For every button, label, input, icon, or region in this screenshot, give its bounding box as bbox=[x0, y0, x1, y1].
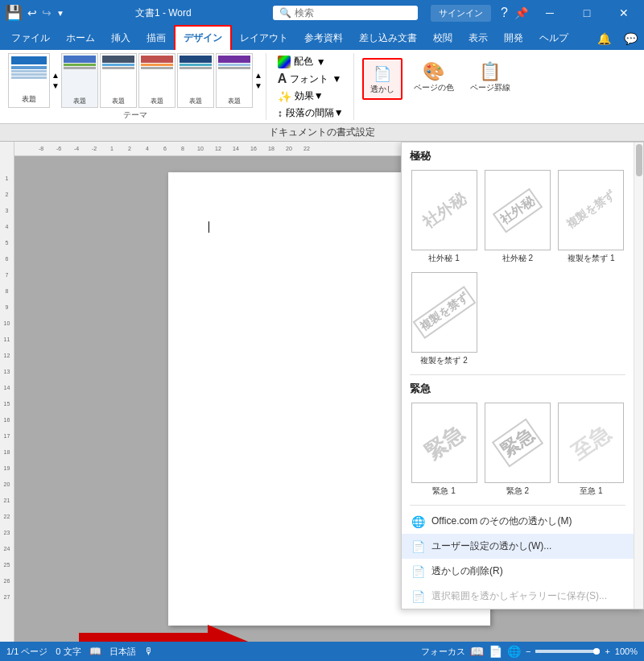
status-left: 1/1 ページ 0 文字 📖 日本語 🎙 bbox=[6, 646, 154, 658]
menu-remove-watermark[interactable]: 📄 透かしの削除(R) bbox=[402, 559, 634, 584]
status-bar: 1/1 ページ 0 文字 📖 日本語 🎙 フォーカス 📖 📄 🌐 − + 100… bbox=[0, 642, 644, 661]
wm-label-urgent1: 緊急 1 bbox=[432, 485, 455, 497]
zoom-slider[interactable] bbox=[535, 650, 600, 653]
wm-item-urgent1[interactable]: 緊急 緊急 1 bbox=[410, 403, 478, 497]
save-gallery-icon: 📄 bbox=[411, 590, 425, 603]
page-border-button[interactable]: 📋 ページ罫線 bbox=[465, 58, 515, 97]
wm-item-shikyu1[interactable]: 至急 至急 1 bbox=[557, 403, 625, 497]
theme-scroll-down[interactable]: ▼ bbox=[254, 81, 262, 90]
tab-insert[interactable]: 挿入 bbox=[103, 27, 138, 50]
win-maximize[interactable]: □ bbox=[572, 0, 602, 26]
ribbon-group-format: 配色 ▼ A フォント ▼ ✨ 効果▼ ↕ 段落の間隔▼ ✔ 既定に設定 bbox=[268, 53, 354, 120]
theme-scroll-up[interactable]: ▲ bbox=[254, 71, 262, 80]
title-bar-left: 💾 ↩ ↪ ▼ bbox=[5, 4, 64, 22]
panel-scrollbar[interactable] bbox=[634, 143, 643, 609]
tab-home[interactable]: ホーム bbox=[58, 27, 103, 50]
wm-label-shikyu1: 至急 1 bbox=[580, 485, 602, 497]
tab-developer[interactable]: 開発 bbox=[496, 27, 531, 50]
remove-wm-label: 透かしの削除(R) bbox=[431, 564, 503, 578]
page-color-label: ページの色 bbox=[414, 82, 454, 93]
menu-save-gallery: 📄 選択範囲を透かしギャラリーに保存(S)... bbox=[402, 584, 634, 609]
watermark-grid-secret2: 複製を禁ず 複製を禁ず 2 bbox=[402, 272, 634, 374]
search-icon: 🔍 bbox=[279, 7, 291, 19]
wm-label-confidential2: 社外秘 2 bbox=[502, 253, 533, 264]
help-icon[interactable]: ? bbox=[501, 6, 508, 20]
color-btn[interactable]: 配色 ▼ bbox=[275, 53, 347, 70]
theme-thumb-5[interactable]: 表題 bbox=[216, 53, 253, 108]
tab-mailings[interactable]: 差し込み文書 bbox=[351, 27, 425, 50]
watermark-grid-secret: 社外秘 社外秘 1 社外秘 社外秘 2 複製を禁ず bbox=[402, 167, 634, 272]
wm-item-confidential2[interactable]: 社外秘 社外秘 2 bbox=[483, 170, 551, 264]
menu-office-com[interactable]: 🌐 Office.com のその他の透かし(M) bbox=[402, 509, 634, 534]
save-gallery-label: 選択範囲を透かしギャラリーに保存(S)... bbox=[431, 589, 607, 603]
tab-layout[interactable]: レイアウト bbox=[232, 27, 296, 50]
wm-label-urgent2: 緊急 2 bbox=[506, 485, 529, 497]
zoom-in-btn[interactable]: + bbox=[605, 647, 609, 656]
custom-wm-icon: 📄 bbox=[411, 540, 425, 553]
tab-draw[interactable]: 描画 bbox=[138, 27, 174, 50]
tab-design[interactable]: デザイン bbox=[174, 25, 232, 50]
watermark-label: 透かし bbox=[370, 84, 394, 95]
tab-view[interactable]: 表示 bbox=[460, 27, 496, 50]
redo-icon[interactable]: ↪ bbox=[42, 6, 52, 19]
wm-item-nocopy2[interactable]: 複製を禁ず 複製を禁ず 2 bbox=[410, 272, 478, 366]
title-text: 文書1 - Word bbox=[135, 6, 192, 20]
signin-button[interactable]: サインイン bbox=[431, 5, 491, 22]
word-count[interactable]: 0 文字 bbox=[56, 646, 80, 658]
undo-icon[interactable]: ↩ bbox=[27, 6, 37, 19]
win-close[interactable]: ✕ bbox=[609, 0, 639, 26]
doc-title-bar: ドキュメントの書式設定 bbox=[0, 124, 644, 142]
ribbon-group-theme-label: テーマ bbox=[123, 108, 147, 121]
tab-review[interactable]: 校閲 bbox=[425, 27, 460, 50]
dictation-icon[interactable]: 🎙 bbox=[144, 646, 154, 657]
wm-item-urgent2[interactable]: 緊急 緊急 2 bbox=[483, 403, 551, 497]
theme-up[interactable]: ▲ bbox=[52, 71, 60, 80]
language-indicator[interactable]: 日本語 bbox=[109, 646, 136, 658]
spell-check-icon[interactable]: 📖 bbox=[89, 646, 101, 657]
zoom-out-btn[interactable]: − bbox=[526, 647, 530, 656]
wm-label-nocopy1: 複製を禁ず 1 bbox=[568, 253, 614, 264]
focus-btn[interactable]: フォーカス bbox=[421, 646, 465, 658]
wm-item-confidential1[interactable]: 社外秘 社外秘 1 bbox=[410, 170, 478, 264]
search-input[interactable] bbox=[295, 7, 391, 19]
view-mode-web[interactable]: 🌐 bbox=[507, 645, 521, 658]
watermark-button[interactable]: 📄 A 透かし bbox=[362, 58, 402, 100]
theme-thumb-3[interactable]: 表題 bbox=[138, 53, 175, 108]
wm-item-nocopy1[interactable]: 複製を禁ず 複製を禁ず 1 bbox=[557, 170, 625, 264]
theme-thumb-2[interactable]: 表題 bbox=[100, 53, 137, 108]
ribbon-group-theme: 表題 ▲ ▼ 表題 bbox=[5, 53, 266, 120]
comment-icon[interactable]: 💬 bbox=[617, 27, 644, 50]
ribbon-tabs-row: ファイル ホーム 挿入 描画 デザイン レイアウト 参考資料 差し込み文書 校閲… bbox=[0, 26, 644, 50]
effect-btn[interactable]: ✨ 効果▼ bbox=[275, 88, 347, 105]
win-minimize[interactable]: ─ bbox=[535, 0, 565, 26]
ribbon-group-page: 📄 A 透かし 🎨 ページの色 📋 ページ罫線 bbox=[356, 53, 522, 120]
theme-thumb-4[interactable]: 表題 bbox=[177, 53, 214, 108]
menu-custom-watermark[interactable]: 📄 ユーザー設定の透かし(W)... bbox=[402, 534, 634, 559]
notification-icon[interactable]: 🔔 bbox=[591, 27, 617, 50]
ribbon-toggle-icon[interactable]: 📌 bbox=[514, 6, 528, 19]
paragraph-spacing-btn[interactable]: ↕ 段落の間隔▼ bbox=[275, 105, 347, 122]
page-color-button[interactable]: 🎨 ページの色 bbox=[409, 58, 459, 97]
ribbon-body: 表題 ▲ ▼ 表題 bbox=[0, 50, 644, 124]
watermark-grid-urgent: 緊急 緊急 1 緊急 緊急 2 至急 bbox=[402, 399, 634, 505]
view-mode-print[interactable]: 📄 bbox=[489, 645, 502, 658]
office-com-label: Office.com のその他の透かし(M) bbox=[431, 514, 572, 528]
svg-marker-0 bbox=[79, 625, 256, 642]
theme-big-thumb[interactable]: 表題 bbox=[8, 53, 50, 108]
zoom-level[interactable]: 100% bbox=[615, 647, 638, 656]
office-com-icon: 🌐 bbox=[411, 515, 425, 528]
quick-access-dropdown[interactable]: ▼ bbox=[56, 9, 64, 18]
page-indicator[interactable]: 1/1 ページ bbox=[6, 646, 47, 658]
font-btn[interactable]: A フォント ▼ bbox=[275, 70, 347, 88]
wm-label-confidential1: 社外秘 1 bbox=[428, 253, 459, 264]
theme-down[interactable]: ▼ bbox=[52, 81, 60, 90]
remove-wm-icon: 📄 bbox=[411, 565, 425, 578]
tab-references[interactable]: 参考資料 bbox=[296, 27, 351, 50]
theme-thumb-1[interactable]: 表題 bbox=[61, 53, 98, 108]
status-right: フォーカス 📖 📄 🌐 − + 100% bbox=[421, 645, 638, 658]
left-ruler: 1234567891011121314151617181920212223242… bbox=[0, 142, 14, 642]
tab-file[interactable]: ファイル bbox=[3, 27, 58, 50]
title-search-box[interactable]: 🔍 bbox=[273, 6, 418, 20]
tab-help[interactable]: ヘルプ bbox=[531, 27, 576, 50]
view-mode-read[interactable]: 📖 bbox=[470, 645, 484, 658]
